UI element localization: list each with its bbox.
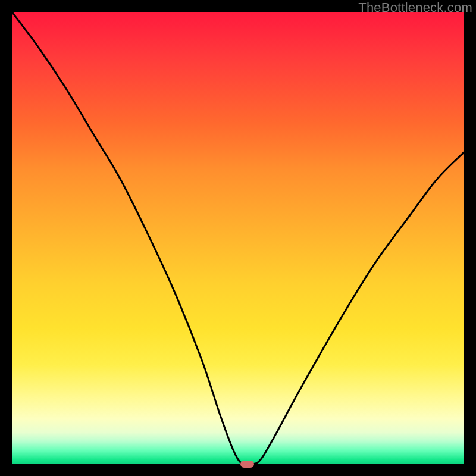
- optimum-marker: [240, 461, 254, 468]
- chart-frame: TheBottleneck.com: [0, 0, 476, 476]
- plot-area: [12, 12, 464, 464]
- bottleneck-curve: [12, 12, 464, 464]
